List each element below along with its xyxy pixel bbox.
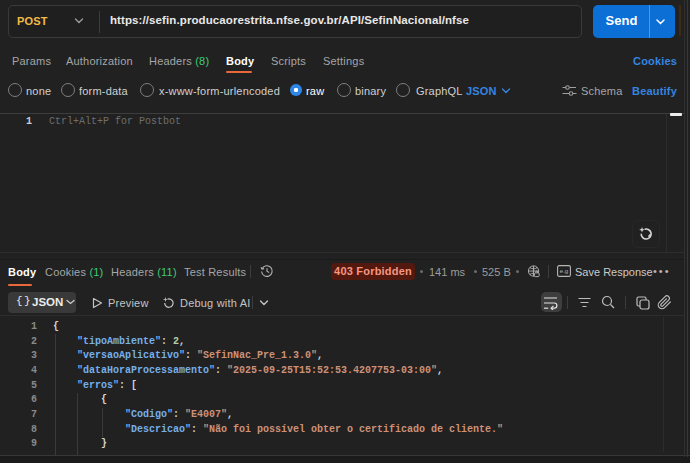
- svg-text:e.g: e.g: [560, 268, 568, 274]
